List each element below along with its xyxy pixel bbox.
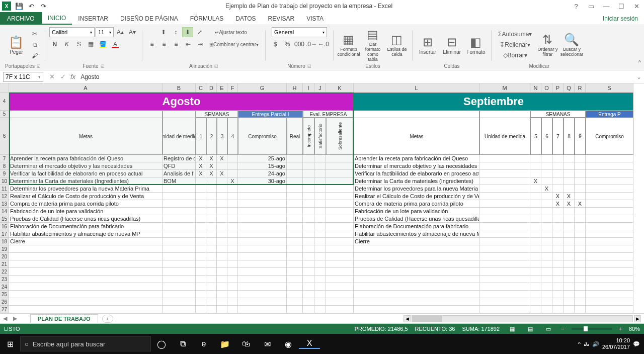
task-view-icon[interactable]: ⧉ <box>172 339 193 348</box>
row-header-17[interactable]: 17 <box>0 230 9 238</box>
col-header-S[interactable]: S <box>586 83 633 93</box>
row-header-19[interactable]: 19 <box>0 245 9 253</box>
col-header-H[interactable]: H <box>287 83 303 93</box>
tab-file[interactable]: ARCHIVO <box>0 12 42 25</box>
ribbon-opts-icon[interactable]: ▭ <box>584 3 599 10</box>
month-banner-august[interactable]: Agosto <box>9 93 354 111</box>
sheet-nav-prev-icon[interactable]: ◀ <box>0 315 10 322</box>
percent-icon[interactable]: % <box>282 39 293 49</box>
row-header-15[interactable]: 15 <box>0 215 9 223</box>
col-header-D[interactable]: D <box>206 83 217 93</box>
align-center-icon[interactable]: ≡ <box>158 39 170 49</box>
row-header-10[interactable]: 10 <box>0 177 9 185</box>
col-header-F[interactable]: F <box>227 83 238 93</box>
tray-up-icon[interactable]: ^ <box>578 341 581 347</box>
align-launcher-icon[interactable]: ◱ <box>214 64 218 68</box>
accounting-icon[interactable]: $ <box>270 39 281 49</box>
zoom-value[interactable]: 80% <box>629 326 640 332</box>
align-bottom-icon[interactable]: ⬇ <box>182 27 193 37</box>
row-header-21[interactable]: 21 <box>0 260 9 268</box>
paste-button[interactable]: 📋 Pegar <box>5 29 27 61</box>
row-header-11[interactable]: 11 <box>0 185 9 193</box>
taskbar-search[interactable]: ○ Escribe aquí para buscar <box>20 336 151 351</box>
col-header-M[interactable]: M <box>479 83 530 93</box>
tab-page-layout[interactable]: DISEÑO DE PÁGINA <box>114 12 184 25</box>
decrease-indent-icon[interactable]: ⇤ <box>183 39 194 49</box>
row-header-22[interactable]: 22 <box>0 268 9 276</box>
row-header-18[interactable]: 18 <box>0 238 9 245</box>
sheet-tab-active[interactable]: PLAN DE TRABAJO <box>30 314 98 323</box>
wrap-text-button[interactable]: ↵ Ajustar texto <box>212 27 250 37</box>
row-header-25[interactable]: 25 <box>0 291 9 298</box>
col-header-J[interactable]: J <box>314 83 326 93</box>
row-header-6[interactable]: 6 <box>0 118 9 155</box>
excel-taskbar-icon[interactable]: X <box>299 339 320 349</box>
qat-undo-icon[interactable]: ↶ <box>25 3 37 10</box>
autosum-button[interactable]: Σ Autosuma ▾ <box>496 29 534 39</box>
cancel-formula-icon[interactable]: ✕ <box>46 73 57 80</box>
format-as-table-button[interactable]: ▤Dar formato como tabla <box>362 29 384 61</box>
increase-decimal-icon[interactable]: .0→ <box>306 39 317 49</box>
row-header-14[interactable]: 14 <box>0 208 9 215</box>
taskbar-clock[interactable]: 10:20 26/07/2017 <box>602 337 630 350</box>
font-launcher-icon[interactable]: ◱ <box>101 64 105 68</box>
font-name-combo[interactable]: Calibri▾ <box>49 27 95 37</box>
comma-icon[interactable]: 000 <box>294 39 305 49</box>
col-header-L[interactable]: L <box>354 83 479 93</box>
row-header-9[interactable]: 9 <box>0 170 9 177</box>
col-header-R[interactable]: R <box>575 83 586 93</box>
col-header-E[interactable]: E <box>217 83 227 93</box>
header-metas[interactable]: Metas <box>9 118 163 155</box>
cortana-icon[interactable]: ◯ <box>151 339 172 349</box>
name-box[interactable]: 7F x 11C▾ <box>3 72 43 82</box>
decrease-font-icon[interactable]: A▾ <box>127 27 138 37</box>
view-page-layout-icon[interactable]: ▤ <box>525 326 536 332</box>
align-middle-icon[interactable]: ↕ <box>170 27 181 37</box>
expand-formula-bar-icon[interactable]: ⌄ <box>634 73 644 80</box>
zoom-in-icon[interactable]: + <box>619 326 622 332</box>
col-header-C[interactable]: C <box>196 83 206 93</box>
notifications-icon[interactable]: 💬 <box>633 341 640 347</box>
scroll-right-icon[interactable]: ▶ <box>634 315 641 322</box>
cell-styles-button[interactable]: ◫Estilos de celda <box>386 29 408 61</box>
store-icon[interactable]: 🛍 <box>235 339 257 348</box>
tab-home[interactable]: INICIO <box>42 12 72 25</box>
row-header-20[interactable]: 20 <box>0 253 9 260</box>
col-header-I[interactable]: I <box>303 83 314 93</box>
number-launcher-icon[interactable]: ◱ <box>307 64 311 68</box>
select-all-corner[interactable] <box>0 83 9 93</box>
month-banner-september[interactable]: Septiembre <box>354 93 633 111</box>
font-color-icon[interactable]: A <box>110 39 121 49</box>
align-top-icon[interactable]: ⬆ <box>158 27 169 37</box>
row-header-4[interactable]: 4 <box>0 93 9 111</box>
start-button[interactable]: ⊞ <box>0 339 20 349</box>
col-header-B[interactable]: B <box>163 83 196 93</box>
format-painter-icon[interactable]: 🖌 <box>29 51 40 61</box>
edge-icon[interactable]: e <box>193 339 214 348</box>
merge-center-button[interactable]: ⊞ Combinar y centrar ▾ <box>207 39 261 49</box>
row-header-16[interactable]: 16 <box>0 223 9 230</box>
chrome-icon[interactable]: ◉ <box>278 339 299 349</box>
view-page-break-icon[interactable]: ▭ <box>543 326 554 332</box>
sheet-nav-next-icon[interactable]: ▶ <box>10 315 20 322</box>
align-left-icon[interactable]: ≡ <box>146 39 157 49</box>
file-explorer-icon[interactable]: 📁 <box>214 339 235 349</box>
font-size-combo[interactable]: 11▾ <box>96 27 114 37</box>
row-header-23[interactable]: 23 <box>0 276 9 283</box>
col-header-P[interactable]: P <box>552 83 564 93</box>
tab-formulas[interactable]: FÓRMULAS <box>184 12 230 25</box>
close-icon[interactable]: ✕ <box>629 3 644 10</box>
sign-in-link[interactable]: Iniciar sesión <box>603 12 644 25</box>
bold-button[interactable]: N <box>49 39 60 49</box>
col-header-A[interactable]: A <box>9 83 163 93</box>
copy-icon[interactable]: ⧉ <box>29 40 40 50</box>
new-sheet-button[interactable]: + <box>102 315 113 323</box>
row-header-7[interactable]: 7 <box>0 155 9 162</box>
col-header-O[interactable]: O <box>541 83 552 93</box>
tab-review[interactable]: REVISAR <box>262 12 301 25</box>
align-right-icon[interactable]: ≡ <box>171 39 182 49</box>
increase-font-icon[interactable]: A▴ <box>115 27 126 37</box>
clipboard-launcher-icon[interactable]: ◱ <box>37 64 41 68</box>
delete-cells-button[interactable]: ⊟Eliminar <box>441 29 463 61</box>
row-header-8[interactable]: 8 <box>0 162 9 170</box>
